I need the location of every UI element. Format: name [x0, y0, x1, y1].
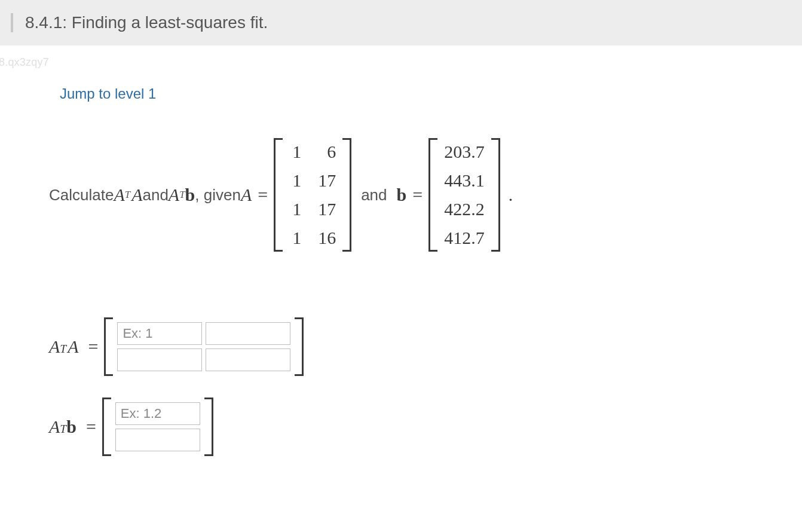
sym-A: A — [66, 337, 78, 357]
sym-b: b — [397, 185, 407, 205]
bracket-left-icon — [428, 138, 437, 252]
text-and: and — [142, 186, 168, 204]
activity-header: 8.4.1: Finding a least-squares fit. — [0, 0, 802, 45]
answer-ata-label: AT A — [49, 337, 79, 357]
matrix-cell: 16 — [318, 228, 336, 248]
vector-cell: 412.7 — [444, 228, 485, 248]
jump-to-level-link[interactable]: Jump to level 1 — [60, 85, 156, 102]
ata-input-1-0[interactable] — [117, 348, 202, 371]
bracket-right-icon — [205, 398, 213, 456]
bracket-right-icon — [492, 138, 500, 252]
vector-cell: 422.2 — [444, 199, 485, 219]
answer-ata-row: AT A = — [49, 317, 802, 376]
matrix-cell: 1 — [289, 228, 301, 248]
ata-input-0-0[interactable] — [117, 322, 202, 345]
vector-b-body: 203.7 443.1 422.2 412.7 — [437, 138, 492, 252]
matrix-cell: 6 — [324, 142, 336, 162]
vector-cell: 203.7 — [444, 142, 485, 162]
sym-b: b — [66, 417, 76, 437]
sym-A: A — [114, 185, 124, 205]
answer-ata-matrix — [104, 317, 304, 376]
ata-input-1-1[interactable] — [206, 348, 290, 371]
matrix-A: 1 6 1 17 1 17 1 16 — [274, 138, 351, 252]
answer-atb-row: AT b = — [49, 398, 802, 456]
matrix-cell: 17 — [318, 170, 336, 191]
equals-sign: = — [80, 417, 102, 437]
equals-sign: = — [406, 185, 428, 205]
sym-T-sup: T — [125, 189, 130, 201]
sym-A: A — [241, 185, 252, 205]
period: . — [500, 185, 513, 205]
bracket-left-icon — [274, 138, 282, 252]
matrix-cell: 1 — [289, 170, 301, 191]
atb-input-0[interactable] — [115, 402, 200, 425]
sym-A: A — [130, 185, 142, 205]
watermark-id: 8.qx3zqy7 — [0, 45, 802, 75]
equals-sign: = — [252, 185, 274, 205]
answer-ata-inputs — [112, 317, 295, 376]
bracket-left-icon — [104, 317, 112, 376]
activity-title: 8.4.1: Finding a least-squares fit. — [11, 13, 791, 32]
sym-A: A — [49, 417, 60, 437]
sym-T-sup: T — [60, 343, 66, 356]
matrix-A-body: 1 6 1 17 1 17 1 16 — [282, 138, 343, 252]
problem-statement: Calculate AT A and AT b , given A = 1 6 … — [49, 138, 802, 252]
vector-b: 203.7 443.1 422.2 412.7 — [428, 138, 500, 252]
answer-atb-label: AT b — [49, 417, 76, 437]
sym-T-sup: T — [60, 423, 66, 436]
sym-b: b — [185, 185, 195, 205]
matrix-cell: 17 — [318, 199, 336, 219]
text-given: , given — [195, 186, 241, 204]
atb-input-1[interactable] — [115, 429, 200, 451]
answer-atb-inputs — [111, 398, 205, 456]
activity-content: Jump to level 1 Calculate AT A and AT b … — [0, 75, 802, 502]
sym-A: A — [169, 185, 179, 205]
matrix-cell: 1 — [289, 142, 301, 162]
equals-sign: = — [82, 337, 105, 357]
ata-input-0-1[interactable] — [206, 322, 290, 345]
bracket-right-icon — [343, 138, 351, 252]
matrix-cell: 1 — [289, 199, 301, 219]
sym-A: A — [49, 337, 60, 357]
bracket-right-icon — [295, 317, 304, 376]
bracket-left-icon — [102, 398, 111, 456]
problem-prefix: Calculate — [49, 186, 114, 204]
text-and: and — [351, 186, 396, 204]
answer-atb-matrix — [102, 398, 213, 456]
sym-T-sup: T — [179, 189, 185, 201]
vector-cell: 443.1 — [444, 170, 485, 191]
